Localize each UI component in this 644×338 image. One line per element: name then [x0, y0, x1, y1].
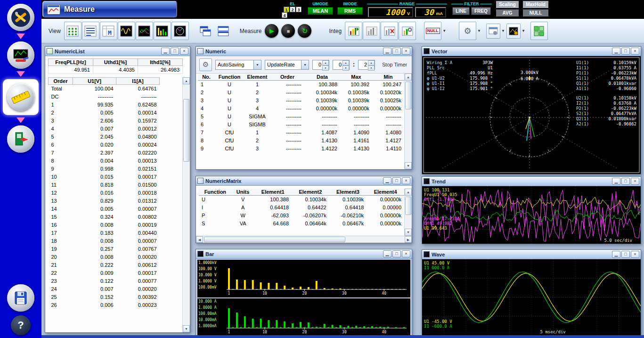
- close-button[interactable]: ×: [402, 48, 410, 55]
- spin-down-icon[interactable]: ▼: [368, 66, 375, 71]
- scrollbar-thumb[interactable]: [204, 237, 345, 242]
- scroll-down-icon[interactable]: ▼: [405, 162, 412, 169]
- timer-hours-spinner[interactable]: 0 ▲▼: [312, 60, 329, 70]
- scaling-toggle[interactable]: Scaling: [496, 1, 519, 8]
- scroll-up-icon[interactable]: ▲: [183, 77, 190, 84]
- close-button[interactable]: ×: [180, 48, 188, 55]
- close-button[interactable]: ×: [402, 250, 410, 257]
- vertical-scrollbar[interactable]: ▲ ▼: [182, 77, 190, 332]
- chart-config-button[interactable]: [506, 24, 521, 39]
- vertical-scrollbar[interactable]: ▲ ▼: [404, 189, 412, 236]
- null-caret-icon[interactable]: ▼: [442, 29, 446, 33]
- cascade-windows-button[interactable]: [197, 22, 214, 40]
- maximize-button[interactable]: □: [621, 251, 630, 258]
- line-filter-button[interactable]: LINE: [452, 7, 470, 15]
- trend-titlebar[interactable]: Trend ▁ □ ×: [422, 177, 641, 186]
- numericlist-titlebar[interactable]: NumericList ▁ □ ×: [45, 47, 190, 56]
- autosaving-dropdown[interactable]: AutoSaving ▼: [215, 60, 261, 70]
- numericmatrix-titlebar[interactable]: NumericMatrix ▁ □ ×: [196, 176, 412, 186]
- numeric-settings-button[interactable]: ⚙: [199, 58, 212, 71]
- freq-filter-button[interactable]: FREQ: [471, 7, 491, 15]
- close-button[interactable]: ×: [631, 251, 639, 258]
- integ-reset-button[interactable]: [381, 22, 398, 40]
- view-matrix-button[interactable]: M: [100, 22, 117, 40]
- sidebar-help-button[interactable]: ?: [11, 315, 31, 335]
- scroll-up-icon[interactable]: ▲: [405, 189, 412, 196]
- element-status: EL 1 2 3 4: [282, 1, 303, 18]
- minimize-button[interactable]: ▁: [161, 48, 170, 55]
- scrollbar-thumb[interactable]: [405, 82, 411, 109]
- horizontal-scrollbar[interactable]: ◀ ▶: [196, 236, 412, 243]
- minimize-button[interactable]: ▁: [383, 177, 391, 184]
- close-button[interactable]: ×: [631, 178, 639, 185]
- sidebar-measure-button[interactable]: [3, 79, 39, 115]
- view-numeric-button[interactable]: [82, 22, 99, 40]
- sidebar-display-settings-button[interactable]: [7, 41, 34, 69]
- scroll-down-icon[interactable]: ▼: [405, 229, 412, 236]
- view-vector-button[interactable]: [171, 22, 189, 40]
- null-toggle[interactable]: NULL: [523, 9, 548, 16]
- settings-caret-icon[interactable]: ▼: [477, 29, 481, 33]
- integ-stop-button[interactable]: [363, 22, 380, 40]
- maxhold-toggle[interactable]: MaxHold: [523, 1, 548, 8]
- chart-pen-icon: [11, 45, 31, 65]
- numeric-titlebar[interactable]: Numeric ▁ □ ×: [196, 47, 412, 56]
- settings-button[interactable]: ⚙: [459, 22, 476, 40]
- export-button[interactable]: [530, 22, 548, 40]
- tile-windows-button[interactable]: [215, 22, 232, 40]
- view-trend-button[interactable]: [136, 22, 153, 40]
- wave-titlebar[interactable]: Wave ▁ □ ×: [422, 250, 641, 259]
- null-button[interactable]: NULL: [424, 22, 441, 40]
- scrollbar-thumb[interactable]: [183, 99, 189, 162]
- measure-stop-button[interactable]: ■: [281, 24, 295, 38]
- chart-config-icon: [509, 26, 518, 36]
- maximize-button[interactable]: □: [621, 178, 630, 185]
- minimize-button[interactable]: ▁: [612, 178, 620, 185]
- display-config-caret-icon[interactable]: ▼: [501, 29, 505, 33]
- vertical-scrollbar[interactable]: ▲ ▼: [404, 74, 412, 169]
- numeric-window-icon: [197, 48, 204, 54]
- display-config-button[interactable]: [486, 24, 500, 39]
- numericlist-table: OrderU1[V]I1[A]Total100.0040.64761DC----…: [48, 77, 182, 332]
- minimize-button[interactable]: ▁: [612, 251, 620, 258]
- maximize-button[interactable]: □: [171, 48, 179, 55]
- chart-config-caret-icon[interactable]: ▼: [522, 29, 525, 33]
- vector-titlebar[interactable]: Vector ▁ □ ×: [422, 47, 641, 56]
- imode-status: IMODE RMS: [337, 1, 363, 18]
- spin-down-icon[interactable]: ▼: [342, 66, 349, 71]
- scroll-right-icon[interactable]: ▶: [405, 236, 412, 243]
- spin-up-icon[interactable]: ▲: [322, 60, 329, 66]
- view-bar-button[interactable]: [154, 22, 171, 40]
- spin-up-icon[interactable]: ▲: [342, 60, 349, 66]
- sidebar-exit-button[interactable]: [7, 125, 34, 153]
- sidebar-save-button[interactable]: [7, 284, 34, 312]
- column-header: Order: [49, 78, 73, 85]
- sidebar-setup-button[interactable]: [7, 4, 34, 31]
- minimize-button[interactable]: ▁: [383, 250, 391, 257]
- bar-titlebar[interactable]: Bar ▁ □ ×: [196, 249, 412, 259]
- maximize-button[interactable]: □: [392, 177, 401, 184]
- integ-settings-button[interactable]: [399, 22, 416, 40]
- spin-down-icon[interactable]: ▼: [322, 66, 329, 71]
- view-numericlist-button[interactable]: [64, 22, 82, 40]
- close-button[interactable]: ×: [631, 48, 639, 55]
- scroll-down-icon[interactable]: ▼: [183, 325, 190, 332]
- timer-seconds-spinner[interactable]: 2 ▲▼: [358, 60, 375, 70]
- spin-up-icon[interactable]: ▲: [368, 60, 375, 66]
- maximize-button[interactable]: □: [392, 48, 401, 55]
- timer-minutes-spinner[interactable]: 0 ▲▼: [333, 60, 350, 70]
- scroll-left-icon[interactable]: ◀: [196, 236, 203, 243]
- avg-toggle[interactable]: AVG: [496, 9, 519, 16]
- scrollbar-thumb[interactable]: [405, 197, 411, 215]
- view-wave-button[interactable]: [118, 22, 135, 40]
- maximize-button[interactable]: □: [621, 48, 630, 55]
- close-button[interactable]: ×: [402, 177, 410, 184]
- maximize-button[interactable]: □: [392, 250, 401, 257]
- measure-start-button[interactable]: ▶: [265, 24, 278, 38]
- measure-update-button[interactable]: ↻: [298, 24, 311, 38]
- minimize-button[interactable]: ▁: [612, 48, 620, 55]
- updaterate-dropdown[interactable]: UpdateRate ▼: [265, 60, 309, 70]
- integ-start-button[interactable]: [345, 22, 362, 40]
- scroll-up-icon[interactable]: ▲: [405, 74, 412, 81]
- minimize-button[interactable]: ▁: [383, 48, 391, 55]
